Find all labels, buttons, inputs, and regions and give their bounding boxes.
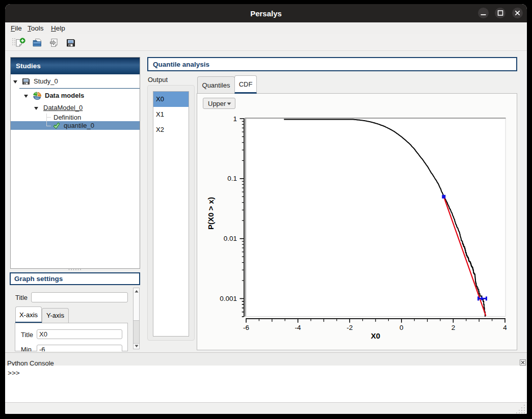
svg-text:2: 2 — [451, 324, 456, 331]
svg-text:-6: -6 — [243, 324, 249, 331]
svg-text:-2: -2 — [347, 324, 353, 331]
svg-text:P(X0 > x): P(X0 > x) — [206, 197, 215, 230]
svg-text:0.1: 0.1 — [227, 175, 237, 182]
svg-text:0.01: 0.01 — [224, 235, 237, 242]
svg-text:X0: X0 — [371, 331, 380, 340]
svg-text:-4: -4 — [295, 324, 301, 331]
svg-text:0.001: 0.001 — [220, 295, 237, 302]
svg-text:1: 1 — [233, 115, 237, 123]
svg-text:0: 0 — [400, 324, 404, 331]
svg-text:4: 4 — [503, 324, 507, 331]
